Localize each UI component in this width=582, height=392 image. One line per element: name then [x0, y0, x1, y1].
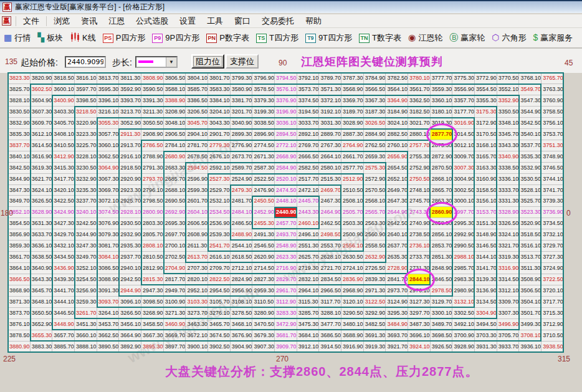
grid-cell[interactable]: 3084.10 [97, 252, 120, 263]
grid-cell[interactable]: 2980.90 [452, 285, 475, 297]
grid-cell[interactable]: 2474.50 [275, 185, 297, 196]
grid-cell[interactable]: 3607.30 [31, 107, 53, 118]
grid-cell[interactable]: 2592.10 [208, 163, 231, 174]
grid-cell[interactable]: 3451.30 [75, 319, 97, 330]
grid-cell[interactable]: 3739.30 [541, 196, 564, 207]
grid-cell[interactable]: 3662.50 [97, 330, 120, 342]
grid-cell[interactable]: 3931.30 [475, 342, 497, 353]
grid-cell[interactable]: 3626.50 [31, 196, 53, 207]
grid-cell[interactable]: 2536.90 [208, 218, 231, 229]
grid-cell[interactable]: 2896.90 [252, 129, 275, 140]
menu-item-5[interactable]: 公式选股 [130, 14, 174, 28]
grid-cell[interactable]: 2750.50 [408, 174, 431, 185]
grid-cell[interactable]: 2930.50 [119, 218, 141, 229]
grid-cell[interactable]: 3794.50 [275, 73, 297, 84]
menu-item-1[interactable]: 文件 [17, 14, 45, 28]
grid-cell[interactable]: 2527.30 [208, 174, 231, 185]
grid-cell[interactable]: 2455.30 [252, 218, 275, 229]
grid-cell[interactable]: 2493.70 [275, 229, 297, 241]
grid-cell[interactable]: 3134.50 [475, 297, 497, 308]
grid-cell[interactable]: 2517.70 [297, 174, 320, 185]
grid-cell[interactable]: 2565.70 [364, 207, 386, 218]
grid-cell[interactable]: 3787.30 [341, 73, 364, 84]
grid-cell[interactable]: 3028.90 [341, 118, 364, 129]
grid-cell[interactable]: 3254.50 [75, 274, 97, 285]
grid-cell[interactable]: 3854.50 [8, 218, 31, 229]
grid-cell[interactable]: 3076.90 [97, 218, 120, 229]
grid-cell[interactable]: 2736.10 [408, 241, 431, 252]
grid-cell[interactable]: 3026.50 [364, 118, 386, 129]
grid-cell[interactable]: 3561.70 [408, 84, 431, 95]
grid-cell[interactable]: 3206.50 [186, 107, 208, 118]
grid-cell[interactable]: 2611.30 [186, 241, 208, 252]
grid-cell[interactable]: 3532.90 [519, 163, 541, 174]
grid-cell[interactable]: 3460.90 [164, 319, 186, 330]
grid-cell[interactable]: 2767.30 [319, 140, 341, 151]
grid-cell[interactable]: 3820.90 [31, 73, 53, 84]
grid-cell[interactable]: 3021.70 [408, 118, 431, 129]
toolbar-item[interactable]: ⬡六角形 [492, 32, 526, 44]
toolbar-item[interactable]: PNP数字表 [206, 32, 249, 44]
grid-cell[interactable]: 3408.10 [52, 129, 75, 140]
grid-cell[interactable]: 2798.50 [141, 196, 164, 207]
grid-cell[interactable]: 3415.30 [52, 163, 75, 174]
grid-cell[interactable]: 3153.70 [475, 207, 497, 218]
grid-cell[interactable]: 2508.10 [341, 196, 364, 207]
grid-cell[interactable]: 3938.50 [541, 342, 564, 353]
grid-cell[interactable]: 3912.10 [297, 342, 320, 353]
toolbar-item[interactable]: Ⓑ赢家轮 [449, 32, 485, 44]
grid-cell[interactable]: 3758.50 [541, 107, 564, 118]
grid-cell[interactable]: 2952.10 [186, 285, 208, 297]
grid-cell[interactable]: 3400.90 [52, 95, 75, 107]
grid-cell[interactable]: 3667.30 [141, 330, 164, 342]
grid-cell[interactable]: 3916.90 [341, 342, 364, 353]
grid-cell[interactable]: 3333.70 [497, 185, 520, 196]
grid-cell[interactable]: 3355.30 [475, 95, 497, 107]
grid-cell[interactable]: 2851.30 [431, 252, 453, 263]
grid-cell[interactable]: 2793.70 [141, 174, 164, 185]
menu-item-9[interactable]: 交易委托 [256, 14, 300, 28]
grid-cell[interactable]: 3691.30 [364, 330, 386, 342]
grid-cell[interactable]: 2899.30 [231, 129, 253, 140]
menu-item-6[interactable]: 设置 [174, 14, 201, 28]
grid-cell[interactable]: 3324.10 [497, 229, 520, 241]
grid-cell[interactable]: 3597.70 [75, 84, 97, 95]
grid-cell[interactable]: 2556.10 [341, 241, 364, 252]
grid-cell[interactable]: 3424.90 [52, 207, 75, 218]
grid-cell[interactable]: 3837.70 [8, 140, 31, 151]
grid-cell[interactable]: 2928.10 [119, 207, 141, 218]
grid-cell[interactable]: 3417.70 [52, 174, 75, 185]
grid-cell[interactable]: 3890.50 [97, 342, 120, 353]
grid-cell[interactable]: 2872.90 [431, 151, 453, 163]
grid-cell[interactable]: 2947.30 [141, 285, 164, 297]
grid-cell[interactable]: 2479.30 [231, 185, 253, 196]
grid-cell[interactable]: 3840.10 [8, 151, 31, 163]
grid-cell[interactable]: 3393.70 [119, 95, 141, 107]
grid-cell[interactable]: 3192.10 [319, 107, 341, 118]
grid-cell[interactable]: 2803.30 [141, 218, 164, 229]
grid-cell[interactable]: 2570.50 [364, 185, 386, 196]
grid-cell[interactable]: 3064.90 [97, 163, 120, 174]
grid-cell[interactable]: 2656.90 [386, 151, 408, 163]
grid-cell[interactable]: 2892.10 [297, 129, 320, 140]
grid-cell[interactable]: 2678.50 [186, 151, 208, 163]
menu-item-4[interactable]: 江恩 [103, 14, 130, 28]
grid-cell[interactable]: 2544.10 [231, 241, 253, 252]
grid-cell[interactable]: 3129.70 [431, 297, 453, 308]
grid-cell[interactable]: 3513.70 [519, 252, 541, 263]
grid-cell[interactable]: 3919.30 [364, 342, 386, 353]
grid-cell[interactable]: 3369.70 [341, 95, 364, 107]
grid-cell[interactable]: 3432.10 [52, 241, 75, 252]
grid-cell[interactable]: 3379.30 [252, 95, 275, 107]
grid-cell[interactable]: 2973.70 [386, 285, 408, 297]
grid-cell[interactable]: 3544.90 [519, 107, 541, 118]
grid-cell[interactable]: 3264.10 [97, 308, 120, 319]
grid-cell[interactable]: 2839.30 [364, 274, 386, 285]
grid-cell[interactable]: 3796.90 [252, 73, 275, 84]
menu-item-3[interactable]: 资讯 [75, 14, 103, 28]
grid-cell[interactable]: 2599.30 [186, 185, 208, 196]
grid-cell[interactable]: 2904.10 [186, 129, 208, 140]
grid-cell[interactable]: 2935.30 [119, 241, 141, 252]
grid-cell[interactable]: 3261.70 [75, 308, 97, 319]
grid-cell[interactable]: 3770.50 [497, 73, 520, 84]
